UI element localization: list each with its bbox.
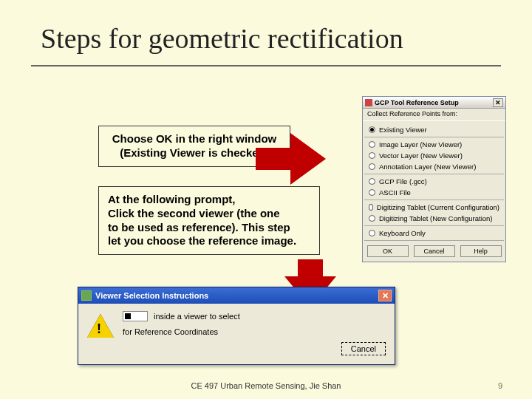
gcp-titlebar: GCP Tool Reference Setup ✕ <box>363 97 505 109</box>
radio-icon <box>369 178 375 185</box>
vs-title-text: Viewer Selection Instructions <box>95 291 208 300</box>
radio-label: Keyboard Only <box>379 229 426 237</box>
warning-icon: ! <box>87 314 114 341</box>
radio-label: Vector Layer (New Viewer) <box>379 151 463 160</box>
radio-icon <box>369 230 375 236</box>
note-line: let you choose the reference image. <box>108 234 310 248</box>
close-icon[interactable]: ✕ <box>378 290 392 301</box>
radio-label: Image Layer (New Viewer) <box>379 140 462 149</box>
gcp-title-text: GCP Tool Reference Setup <box>375 99 459 106</box>
separator <box>364 174 504 174</box>
radio-icon <box>369 163 375 170</box>
radio-label: Digitizing Tablet (New Configuration) <box>379 214 492 222</box>
gcp-body: Existing Viewer Image Layer (New Viewer)… <box>363 121 505 262</box>
arrow-right-icon <box>290 133 326 185</box>
radio-annotation-layer[interactable]: Annotation Layer (New Viewer) <box>364 161 504 172</box>
radio-label: GCP File (.gcc) <box>379 177 427 185</box>
ok-button[interactable]: OK <box>367 245 409 257</box>
vs-line2: for Reference Coordinates <box>123 327 386 336</box>
separator <box>364 225 504 226</box>
app-icon <box>365 99 372 106</box>
radio-label: Existing Viewer <box>379 126 427 134</box>
viewer-selection-dialog: Viewer Selection Instructions ✕ ! inside… <box>78 287 395 365</box>
radio-label: ASCII File <box>379 188 411 197</box>
note-box-2: At the following prompt, Click the secon… <box>98 186 320 255</box>
separator <box>364 200 504 200</box>
cancel-button[interactable]: Cancel <box>414 245 455 257</box>
gcp-button-row: OK Cancel Help <box>364 242 504 260</box>
note-line: At the following prompt, <box>108 193 310 207</box>
page-number: 9 <box>498 381 502 390</box>
cursor-preview <box>123 311 148 321</box>
cancel-button[interactable]: Cancel <box>341 342 386 355</box>
radio-icon <box>369 152 375 159</box>
note-line: Choose OK in the right window <box>108 132 281 146</box>
radio-vector-layer[interactable]: Vector Layer (New Viewer) <box>364 150 504 161</box>
radio-image-layer[interactable]: Image Layer (New Viewer) <box>364 139 504 150</box>
title-underline <box>31 65 501 66</box>
app-icon <box>81 290 92 301</box>
radio-tablet-current[interactable]: Digitizing Tablet (Current Configuration… <box>364 202 504 213</box>
help-button[interactable]: Help <box>460 245 502 257</box>
note-line: to be used as reference). This step <box>108 221 310 235</box>
radio-icon <box>369 126 375 133</box>
note-line: Click the second viewer (the one <box>108 207 310 221</box>
radio-existing-viewer[interactable]: Existing Viewer <box>364 124 504 135</box>
radio-label: Annotation Layer (New Viewer) <box>379 163 476 171</box>
slide-title: Steps for geometric rectification <box>41 22 403 55</box>
radio-icon <box>369 204 373 211</box>
radio-keyboard-only[interactable]: Keyboard Only <box>364 228 504 239</box>
gcp-subtitle: Collect Reference Points from: <box>363 109 505 121</box>
close-icon[interactable]: ✕ <box>493 98 503 107</box>
vs-titlebar: Viewer Selection Instructions ✕ <box>78 287 395 304</box>
slide-footer: CE 497 Urban Remote Sensing, Jie Shan 9 <box>0 381 532 390</box>
radio-gcp-file[interactable]: GCP File (.gcc) <box>364 176 504 187</box>
radio-ascii-file[interactable]: ASCII File <box>364 187 504 198</box>
note-line: (Existing Viewer is checked) <box>108 146 281 160</box>
footer-text: CE 497 Urban Remote Sensing, Jie Shan <box>0 381 532 390</box>
vs-body: ! inside a viewer to select for Referenc… <box>78 304 395 364</box>
radio-icon <box>369 215 375 222</box>
gcp-dialog: GCP Tool Reference Setup ✕ Collect Refer… <box>362 96 506 262</box>
vs-line1: inside a viewer to select <box>154 312 240 321</box>
radio-icon <box>369 141 375 148</box>
separator <box>364 137 504 137</box>
radio-icon <box>369 189 375 196</box>
radio-tablet-new[interactable]: Digitizing Tablet (New Configuration) <box>364 213 504 224</box>
separator <box>364 240 504 241</box>
vs-text: inside a viewer to select for Reference … <box>123 311 386 355</box>
radio-label: Digitizing Tablet (Current Configuration… <box>377 203 499 211</box>
